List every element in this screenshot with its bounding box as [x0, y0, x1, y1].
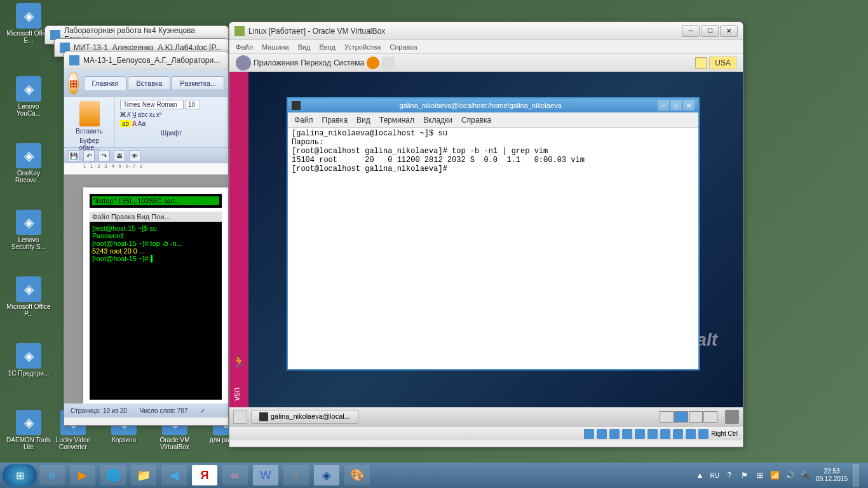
- preview-btn[interactable]: 👁: [129, 150, 140, 161]
- notes-icon[interactable]: [695, 57, 707, 69]
- term-menu-terminal[interactable]: Терминал: [379, 116, 414, 125]
- tray-network-icon[interactable]: 📶: [770, 470, 780, 480]
- tab-insert[interactable]: Вставка: [128, 76, 170, 90]
- desktop-icon[interactable]: ◈Microsoft Office P...: [6, 276, 51, 317]
- desktop-icon[interactable]: ◈1C Предпри...: [6, 343, 51, 377]
- desktop-icon[interactable]: ◈Lenovo YouCa...: [6, 76, 51, 117]
- taskbar-app2-icon[interactable]: ∞: [222, 465, 248, 485]
- workspace-4[interactable]: [703, 411, 717, 423]
- workspace-3[interactable]: [689, 411, 703, 423]
- system-menu[interactable]: Система: [334, 58, 364, 67]
- spell-icon[interactable]: ✓: [200, 407, 205, 414]
- taskbar-word-icon[interactable]: W: [253, 465, 278, 485]
- menu-file[interactable]: Файл: [236, 43, 253, 51]
- word-window-3[interactable]: МА-13-1_Белоусов_А.Г._Лаборатори... ⊞ Гл…: [64, 51, 229, 426]
- print-btn[interactable]: 🖶: [114, 150, 125, 161]
- tray-expand-icon[interactable]: ▲: [695, 470, 705, 480]
- term-menu-file[interactable]: Файл: [294, 116, 313, 125]
- hdd-icon[interactable]: [584, 429, 594, 439]
- firefox-icon[interactable]: [367, 57, 379, 69]
- sup-btn[interactable]: x²: [156, 111, 161, 118]
- tray-help-icon[interactable]: ?: [724, 470, 735, 480]
- keyboard-layout-indicator[interactable]: USA: [709, 57, 736, 69]
- highlight-btn[interactable]: ab: [120, 120, 131, 127]
- recording-icon[interactable]: [660, 429, 670, 439]
- tab-home[interactable]: Главная: [84, 76, 127, 90]
- applications-menu[interactable]: Приложения: [254, 58, 298, 67]
- term-close-btn[interactable]: ✕: [683, 100, 695, 111]
- undo-btn[interactable]: ↶: [83, 150, 95, 161]
- case-btn[interactable]: Aa: [138, 120, 146, 127]
- taskbar-media-icon[interactable]: ▶: [70, 465, 95, 485]
- bold-btn[interactable]: Ж: [120, 111, 126, 118]
- close-btn[interactable]: ✕: [720, 25, 738, 37]
- menu-devices[interactable]: Устройства: [344, 43, 381, 51]
- font-size-select[interactable]: 18: [185, 100, 200, 109]
- save-btn[interactable]: 💾: [68, 150, 79, 161]
- vrdp-icon[interactable]: [673, 429, 683, 439]
- show-desktop-btn[interactable]: [853, 464, 859, 487]
- guest-terminal-window[interactable]: galina_nikolaeva@localhost:/home/galina_…: [287, 97, 700, 370]
- term-min-btn[interactable]: ─: [658, 100, 669, 111]
- maximize-btn[interactable]: ☐: [701, 25, 719, 37]
- taskbar-chrome-icon[interactable]: 🌐: [100, 465, 126, 485]
- paste-icon[interactable]: [79, 101, 100, 126]
- mouse-icon[interactable]: [686, 429, 696, 439]
- tray-volume-icon[interactable]: 🔊: [785, 470, 796, 480]
- places-menu[interactable]: Переход: [301, 58, 331, 67]
- office-button[interactable]: ⊞: [68, 72, 79, 95]
- taskbar-vbox-icon[interactable]: ◈: [314, 465, 339, 485]
- term-menu-help[interactable]: Справка: [461, 116, 491, 125]
- menu-help[interactable]: Справка: [390, 43, 417, 51]
- taskbar-explorer-icon[interactable]: 📁: [131, 465, 156, 485]
- menu-machine[interactable]: Машина: [262, 43, 289, 51]
- workspace-switcher[interactable]: [660, 411, 717, 423]
- term-menu-tabs[interactable]: Вкладки: [423, 116, 452, 125]
- tray-app-icon[interactable]: ⊞: [755, 470, 765, 480]
- taskbar-ie-icon[interactable]: e: [39, 465, 65, 485]
- redo-btn[interactable]: ↷: [98, 150, 110, 161]
- workspace-1[interactable]: [660, 411, 674, 423]
- font-color-btn[interactable]: A: [132, 120, 137, 127]
- display-icon[interactable]: [648, 429, 658, 439]
- tray-power-icon[interactable]: 🔌: [801, 470, 811, 480]
- tray-lang[interactable]: RU: [710, 472, 719, 479]
- show-desktop-btn[interactable]: [233, 410, 247, 424]
- font-name-select[interactable]: Times New Roman: [120, 100, 184, 109]
- term-menu-edit[interactable]: Правка: [322, 116, 348, 125]
- strike-btn[interactable]: abc: [138, 111, 148, 118]
- keyboard-icon[interactable]: [698, 429, 709, 439]
- minimize-btn[interactable]: ─: [682, 25, 700, 37]
- runner-icon[interactable]: 🏃: [232, 355, 246, 369]
- usb-icon[interactable]: [609, 429, 620, 439]
- italic-btn[interactable]: К: [127, 111, 131, 118]
- sub-btn[interactable]: x₂: [149, 111, 155, 118]
- menu-input[interactable]: Ввод: [320, 43, 336, 51]
- menu-view[interactable]: Вид: [298, 43, 311, 51]
- taskbar-terminal-btn[interactable]: galina_nikolaeva@local...: [251, 410, 358, 424]
- trash-icon[interactable]: [725, 410, 739, 424]
- start-button[interactable]: ⊞: [3, 464, 37, 487]
- terminal-output[interactable]: [galina_nikolaeva@localhost ~]$ su Парол…: [288, 128, 698, 175]
- term-max-btn[interactable]: ◇: [670, 100, 682, 111]
- tray-clock[interactable]: 22:53 09.12.2015: [816, 468, 848, 483]
- net-icon[interactable]: [622, 429, 632, 439]
- desktop-icon[interactable]: ◈Lenovo Security S...: [6, 210, 51, 250]
- cd-icon[interactable]: [597, 429, 607, 439]
- home-icon[interactable]: [382, 57, 395, 69]
- virtualbox-window[interactable]: Linux [Работает] - Oracle VM VirtualBox …: [229, 22, 743, 447]
- taskbar-paint-icon[interactable]: 🎨: [344, 465, 370, 485]
- taskbar-app1-icon[interactable]: ◀: [161, 465, 187, 485]
- shared-folder-icon[interactable]: [635, 429, 645, 439]
- term-menu-view[interactable]: Вид: [356, 116, 370, 125]
- taskbar-yandex-icon[interactable]: Я: [192, 465, 217, 485]
- tab-layout[interactable]: Разметка...: [172, 76, 224, 90]
- tray-flag-icon[interactable]: ⚑: [740, 470, 750, 480]
- ruler[interactable]: 1 · 1 · 2 · 3 · 4 · 5 · 6 · 7 · 8: [64, 163, 228, 175]
- desktop-icon[interactable]: ◈OneKey Recove...: [6, 143, 51, 184]
- underline-btn[interactable]: Ч: [132, 111, 137, 118]
- workspace-2[interactable]: [674, 411, 688, 423]
- taskbar-ybrowser-icon[interactable]: Y: [283, 465, 309, 485]
- desktop-icon[interactable]: ◈DAEMON Tools Lite: [6, 410, 51, 451]
- system-menu-icon[interactable]: [236, 55, 251, 71]
